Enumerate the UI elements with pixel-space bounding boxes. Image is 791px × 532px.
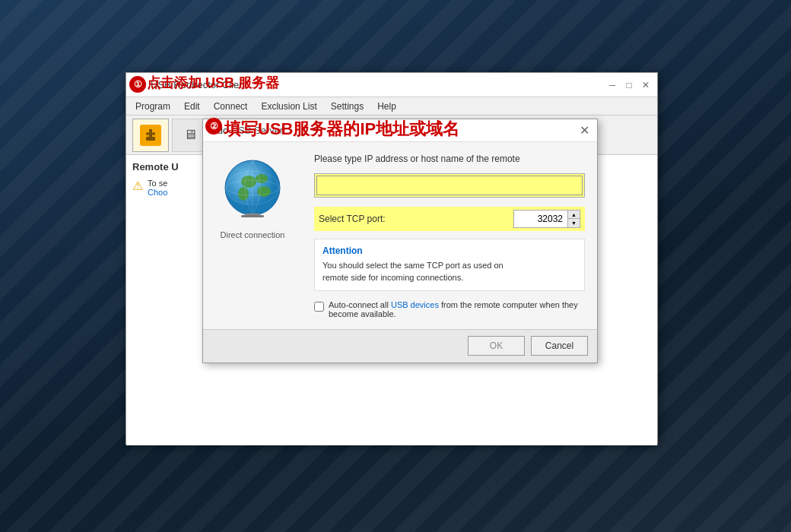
autoconnect-checkbox[interactable] <box>314 302 324 312</box>
menu-settings[interactable]: Settings <box>325 100 370 113</box>
autoconnect-row: Auto-connect all USB devices from the re… <box>314 300 585 318</box>
usb-devices-link[interactable]: USB devices <box>391 300 439 309</box>
tcp-decrement-button[interactable]: ▼ <box>567 219 580 227</box>
monitor-icon: 🖥 <box>179 125 201 146</box>
maximize-button[interactable]: □ <box>624 80 634 90</box>
choose-link[interactable]: Choo <box>148 188 167 197</box>
menu-connect[interactable]: Connect <box>208 100 254 113</box>
tcp-port-input[interactable] <box>514 211 567 227</box>
tcp-label: Select TCP port: <box>319 214 386 224</box>
close-button[interactable]: ✕ <box>640 80 651 90</box>
window-controls: ─ □ ✕ <box>607 80 651 90</box>
direct-connection-label: Direct connection <box>221 230 285 239</box>
modal-right-panel: Please type IP address or host name of t… <box>302 142 597 329</box>
modal-left-panel: Direct connection <box>203 142 302 329</box>
svg-point-5 <box>241 176 256 188</box>
ip-address-input[interactable] <box>316 176 583 195</box>
svg-point-6 <box>256 174 268 183</box>
minimize-button[interactable]: ─ <box>607 80 618 90</box>
svg-point-2 <box>146 132 149 135</box>
tcp-port-row: Select TCP port: ▲ ▼ <box>314 207 585 231</box>
usb-icon <box>140 125 161 146</box>
prompt-text: Please type IP address or host name of t… <box>314 153 585 166</box>
menu-edit[interactable]: Edit <box>178 100 206 113</box>
tcp-spinner: ▲ ▼ <box>567 211 580 227</box>
svg-point-7 <box>238 187 249 201</box>
modal-dialog: Add USB Server ✕ <box>202 119 598 363</box>
globe-icon <box>222 157 283 218</box>
menu-exclusion-list[interactable]: Exclusion List <box>255 100 322 113</box>
tcp-increment-button[interactable]: ▲ <box>567 211 580 220</box>
svg-rect-0 <box>146 137 155 141</box>
svg-point-3 <box>152 132 155 135</box>
menu-program[interactable]: Program <box>129 100 176 113</box>
menu-help[interactable]: Help <box>371 100 402 113</box>
attention-title: Attention <box>322 245 577 256</box>
title-annotation-text: 点击添加 USB 服务器 <box>147 74 279 92</box>
menu-bar: Program Edit Connect Exclusion List Sett… <box>126 97 657 116</box>
annotation-text-2: 填写USB服务器的IP地址或域名 <box>224 118 459 141</box>
modal-body: Direct connection Please type IP address… <box>203 142 597 329</box>
warning-icon: ⚠ <box>132 179 143 193</box>
ok-button[interactable]: OK <box>468 336 525 356</box>
tcp-input-wrapper: ▲ ▼ <box>513 210 580 228</box>
annotation-badge-1: ① <box>129 76 146 93</box>
cancel-button[interactable]: Cancel <box>531 336 588 356</box>
attention-box: Attention You should select the same TCP… <box>314 239 585 291</box>
attention-text: You should select the same TCP port as u… <box>322 259 577 284</box>
modal-close-button[interactable]: ✕ <box>580 125 589 137</box>
info-text-1: To se <box>148 179 167 188</box>
svg-rect-1 <box>149 129 152 137</box>
autoconnect-label: Auto-connect all USB devices from the re… <box>329 300 585 318</box>
annotation-badge-2: ② <box>205 118 222 135</box>
toolbar-btn-usb[interactable] <box>132 119 169 152</box>
svg-rect-13 <box>241 215 264 217</box>
ip-input-wrapper <box>314 173 585 198</box>
modal-footer: OK Cancel <box>203 329 597 363</box>
